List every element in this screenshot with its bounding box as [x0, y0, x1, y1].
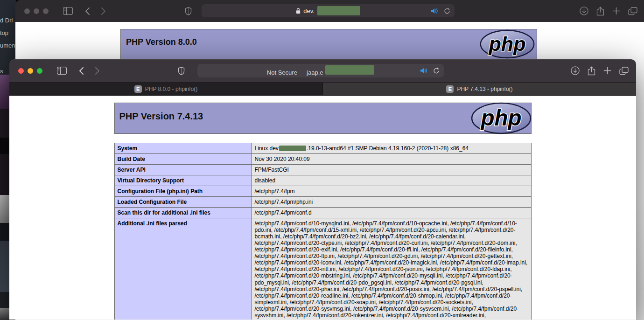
minimize-window-button[interactable]	[34, 8, 39, 14]
address-bar-text: Not Secure — jaap.e	[267, 65, 374, 76]
zoom-window-button[interactable]	[37, 68, 42, 74]
forward-icon[interactable]	[101, 7, 106, 15]
finder-sidebar-label: d Dri	[0, 17, 13, 24]
php-logo: php	[470, 101, 532, 135]
new-tab-icon[interactable]	[603, 67, 611, 75]
table-row: Configuration File (php.ini) Path/etc/ph…	[114, 186, 531, 197]
zoom-window-button[interactable]	[43, 8, 49, 14]
row-value: /etc/php/7.4/fpm/php.ini	[252, 197, 531, 208]
finder-sidebar-label: s	[0, 68, 3, 75]
row-label: Additional .ini files parsed	[114, 218, 252, 320]
php8-header-title: PHP Version 8.0.0	[121, 29, 537, 47]
row-value: disabled	[252, 175, 531, 186]
table-row: Scan this dir for additional .ini files/…	[114, 208, 531, 218]
redaction-box	[279, 146, 306, 151]
forward-icon[interactable]	[95, 67, 100, 75]
window-controls[interactable]	[18, 68, 42, 74]
window-controls[interactable]	[24, 8, 49, 14]
close-window-button[interactable]	[18, 68, 24, 74]
front-browser-window[interactable]: Not Secure — jaap.e	[9, 59, 636, 320]
url-security-text: Not Secure — jaap.e	[267, 69, 323, 76]
back-icon[interactable]	[85, 7, 90, 15]
redaction-box	[317, 6, 360, 15]
downloads-icon[interactable]	[580, 7, 588, 15]
row-label: System	[114, 143, 252, 154]
row-value: /etc/php/7.4/fpm/conf.d	[252, 208, 531, 218]
tab-favicon: E	[134, 85, 142, 93]
finder-sidebar-label: ument	[0, 42, 17, 49]
phpinfo-page: PHP Version 7.4.13 php SystemLinux dev.1…	[9, 96, 636, 320]
row-label: Build Date	[114, 154, 252, 165]
sidebar-toggle-icon[interactable]	[57, 67, 67, 75]
privacy-shield-icon[interactable]	[185, 7, 192, 15]
finder-sidebar-label: top	[0, 29, 8, 36]
reload-icon[interactable]	[433, 67, 440, 74]
row-value: Linux dev.19.0-13-amd64 #1 SMP Debian 4.…	[252, 143, 531, 154]
row-value: /etc/php/7.4/fpm	[252, 186, 531, 197]
tab-overview-icon[interactable]	[628, 7, 637, 15]
address-bar[interactable]: dev.	[202, 4, 455, 17]
php-logo-text: php	[489, 33, 526, 55]
redaction-box	[325, 65, 374, 75]
table-row: Server APIFPM/FastCGI	[114, 165, 531, 175]
phpinfo-table: SystemLinux dev.19.0-13-amd64 #1 SMP Deb…	[114, 143, 532, 320]
php-logo-text: php	[480, 105, 521, 130]
row-label: Loaded Configuration File	[114, 197, 252, 208]
minimize-window-button[interactable]	[28, 68, 33, 74]
share-icon[interactable]	[588, 66, 595, 76]
sidebar-toggle-icon[interactable]	[63, 7, 73, 15]
tab-label: PHP 7.4.13 - phpinfo()	[457, 86, 512, 92]
row-label: Virtual Directory Support	[114, 175, 252, 186]
background-toolbar: dev.	[15, 0, 644, 22]
row-value: /etc/php/7.4/fpm/conf.d/10-mysqlnd.ini, …	[252, 218, 531, 320]
tab-bar: E PHP 8.0.0 - phpinfo() E PHP 7.4.13 - p…	[9, 82, 636, 96]
table-row: Loaded Configuration File/etc/php/7.4/fp…	[114, 197, 531, 208]
url-host: dev.	[303, 7, 315, 14]
reload-icon[interactable]	[444, 7, 450, 14]
table-row: Build DateNov 30 2020 20:40:09	[114, 154, 531, 165]
share-icon[interactable]	[596, 7, 604, 16]
tab-label: PHP 8.0.0 - phpinfo()	[145, 86, 198, 92]
row-label: Server API	[114, 165, 252, 175]
tab-overview-icon[interactable]	[619, 67, 629, 75]
downloads-icon[interactable]	[571, 66, 580, 75]
row-value: Nov 30 2020 20:40:09	[252, 154, 531, 165]
table-row: Virtual Directory Supportdisabled	[114, 175, 531, 186]
audio-mute-icon[interactable]	[431, 8, 438, 14]
privacy-shield-icon[interactable]	[178, 67, 185, 75]
table-row: Additional .ini files parsed/etc/php/7.4…	[114, 218, 531, 320]
address-bar-text: dev.	[296, 6, 360, 15]
new-tab-icon[interactable]	[612, 7, 620, 15]
tab-favicon: E	[446, 85, 454, 93]
phpinfo-table-body: SystemLinux dev.19.0-13-amd64 #1 SMP Deb…	[114, 143, 531, 320]
address-bar[interactable]: Not Secure — jaap.e	[197, 64, 444, 77]
row-label: Configuration File (php.ini) Path	[114, 186, 252, 197]
row-label: Scan this dir for additional .ini files	[114, 208, 252, 218]
close-window-button[interactable]	[24, 8, 30, 14]
lock-icon	[296, 8, 301, 14]
tab-php8-phpinfo[interactable]: E PHP 8.0.0 - phpinfo()	[9, 83, 323, 95]
back-icon[interactable]	[79, 67, 84, 75]
table-row: SystemLinux dev.19.0-13-amd64 #1 SMP Deb…	[114, 143, 531, 154]
tab-php7-phpinfo[interactable]: E PHP 7.4.13 - phpinfo()	[323, 83, 636, 95]
php7-header: PHP Version 7.4.13 php	[114, 103, 532, 134]
front-toolbar: Not Secure — jaap.e	[9, 59, 636, 82]
row-value: FPM/FastCGI	[252, 165, 531, 175]
php-logo: php	[479, 28, 535, 60]
screenshot-stage: d Dritopuments	[0, 0, 644, 320]
php8-header: PHP Version 8.0.0 php	[120, 29, 537, 60]
page-title: PHP Version 7.4.13	[115, 103, 531, 122]
audio-mute-icon[interactable]	[420, 68, 427, 74]
